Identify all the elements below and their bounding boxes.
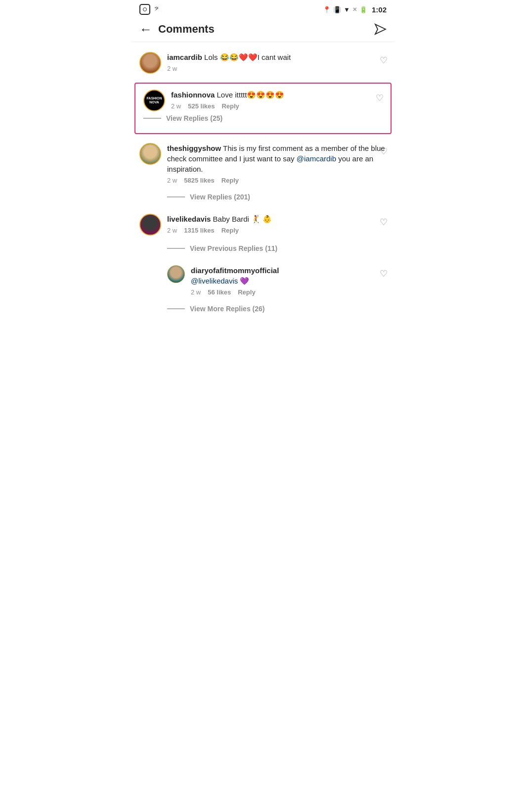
status-right-icons: 📍 📳 ▼ ✕ 🔋 1:02 xyxy=(323,5,387,14)
comment-mention[interactable]: @iamcardib xyxy=(297,154,336,163)
comment-body: livelikedavis Baby Bardi 🤾 👶 2 w 1315 li… xyxy=(167,214,387,236)
comment-body: fashionnova Love ittttt😍😍😍😍 2 w 525 like… xyxy=(171,90,383,111)
comment-section: diaryofafitmommyofficial @livelikedavis … xyxy=(132,259,394,320)
comment-username[interactable]: livelikedavis xyxy=(167,215,211,223)
comment-time: 2 w xyxy=(167,227,177,234)
instagram-icon xyxy=(139,4,150,15)
view-replies-text: View Replies (25) xyxy=(166,114,222,122)
comment-item: FASHIONNOVA fashionnova Love ittttt😍😍😍😍 … xyxy=(135,84,391,113)
vibrate-icon: 📳 xyxy=(333,6,341,13)
avatar xyxy=(139,52,161,74)
view-replies-text: View Previous Replies (11) xyxy=(190,244,277,252)
view-replies-button[interactable]: View More Replies (26) xyxy=(132,302,394,320)
highlighted-comment-block: FASHIONNOVA fashionnova Love ittttt😍😍😍😍 … xyxy=(134,83,392,134)
avatar-label: FASHIONNOVA xyxy=(146,96,162,105)
comment-body: theshiggyshow This is my first comment a… xyxy=(167,143,387,184)
comment-meta: 2 w 1315 likes Reply xyxy=(167,227,387,234)
view-replies-line xyxy=(167,196,185,197)
comment-content: Lols 😂😂❤️❤️I cant wait xyxy=(204,53,291,61)
view-replies-line xyxy=(167,248,185,249)
comment-username[interactable]: theshiggyshow xyxy=(167,144,221,152)
avatar xyxy=(167,265,185,283)
header: ← Comments xyxy=(132,18,394,42)
comment-content: 💜 xyxy=(240,277,249,285)
like-button[interactable]: ♡ xyxy=(380,268,388,279)
comment-meta: 2 w xyxy=(167,65,387,72)
like-button[interactable]: ♡ xyxy=(380,217,388,228)
comment-username[interactable]: fashionnova xyxy=(171,91,215,99)
view-replies-button[interactable]: View Replies (25) xyxy=(135,113,391,129)
comment-content: Baby Bardi 🤾 👶 xyxy=(213,215,272,223)
comment-content: Love ittttt😍😍😍😍 xyxy=(217,91,285,99)
comment-likes: 56 likes xyxy=(208,288,231,296)
comment-time: 2 w xyxy=(167,65,177,72)
battery-icon: 🔋 xyxy=(359,6,367,13)
view-replies-button[interactable]: View Previous Replies (11) xyxy=(132,241,394,259)
avatar xyxy=(139,143,161,165)
comment-likes: 525 likes xyxy=(188,102,215,110)
view-replies-line xyxy=(143,118,161,119)
status-time: 1:02 xyxy=(372,5,387,14)
reply-button[interactable]: Reply xyxy=(221,102,239,110)
avatar xyxy=(139,214,161,236)
reply-button[interactable]: Reply xyxy=(238,288,255,296)
comment-text: iamcardib Lols 😂😂❤️❤️I cant wait xyxy=(167,52,387,62)
comment-meta: 2 w 525 likes Reply xyxy=(171,102,383,110)
comment-text: theshiggyshow This is my first comment a… xyxy=(167,143,387,174)
comment-likes: 1315 likes xyxy=(184,227,214,234)
wifi-icon: ▼ xyxy=(344,6,350,13)
view-replies-button[interactable]: View Replies (201) xyxy=(132,190,394,208)
comment-text-2: @livelikedavis 💜 xyxy=(191,276,387,286)
reply-button[interactable]: Reply xyxy=(221,227,239,234)
comment-text: diaryofafitmommyofficial xyxy=(191,265,387,276)
comment-item-indented: diaryofafitmommyofficial @livelikedavis … xyxy=(132,259,394,302)
comment-item: livelikedavis Baby Bardi 🤾 👶 2 w 1315 li… xyxy=(132,208,394,241)
signal-icon: ✕ xyxy=(352,6,357,13)
comment-text: livelikedavis Baby Bardi 🤾 👶 xyxy=(167,214,387,224)
like-button[interactable]: ♡ xyxy=(376,93,384,103)
comment-time: 2 w xyxy=(167,177,177,184)
status-bar: 𝄢 📍 📳 ▼ ✕ 🔋 1:02 xyxy=(132,0,394,18)
comment-item: theshiggyshow This is my first comment a… xyxy=(132,137,394,190)
comment-body: diaryofafitmommyofficial @livelikedavis … xyxy=(191,265,387,296)
comment-username[interactable]: diaryofafitmommyofficial xyxy=(191,266,279,275)
reply-button[interactable]: Reply xyxy=(221,177,239,184)
comment-meta: 2 w 5825 likes Reply xyxy=(167,177,387,184)
comment-section: theshiggyshow This is my first comment a… xyxy=(132,137,394,208)
comment-section: livelikedavis Baby Bardi 🤾 👶 2 w 1315 li… xyxy=(132,208,394,259)
svg-marker-0 xyxy=(375,24,386,34)
voicemail-icon: 𝄢 xyxy=(154,5,159,14)
comment-time: 2 w xyxy=(191,288,201,296)
comment-item: iamcardib Lols 😂😂❤️❤️I cant wait 2 w ♡ xyxy=(132,46,394,80)
send-button[interactable] xyxy=(374,23,387,36)
view-replies-line xyxy=(167,308,185,309)
status-left-icons: 𝄢 xyxy=(139,4,159,15)
comment-body: iamcardib Lols 😂😂❤️❤️I cant wait 2 w xyxy=(167,52,387,74)
like-button[interactable]: ♡ xyxy=(380,55,388,66)
avatar: FASHIONNOVA xyxy=(143,90,165,111)
comment-text: fashionnova Love ittttt😍😍😍😍 xyxy=(171,90,383,100)
comment-meta: 2 w 56 likes Reply xyxy=(191,288,387,296)
view-replies-text: View More Replies (26) xyxy=(190,305,264,313)
location-icon: 📍 xyxy=(323,6,331,13)
page-title: Comments xyxy=(158,23,374,36)
comment-username[interactable]: iamcardib xyxy=(167,53,202,61)
view-replies-text: View Replies (201) xyxy=(190,193,250,201)
back-button[interactable]: ← xyxy=(139,23,152,36)
like-button[interactable]: ♡ xyxy=(380,146,388,157)
comment-mention[interactable]: @livelikedavis xyxy=(191,277,238,285)
comment-likes: 5825 likes xyxy=(184,177,214,184)
comments-list: iamcardib Lols 😂😂❤️❤️I cant wait 2 w ♡ F… xyxy=(132,42,394,320)
comment-time: 2 w xyxy=(171,102,181,110)
